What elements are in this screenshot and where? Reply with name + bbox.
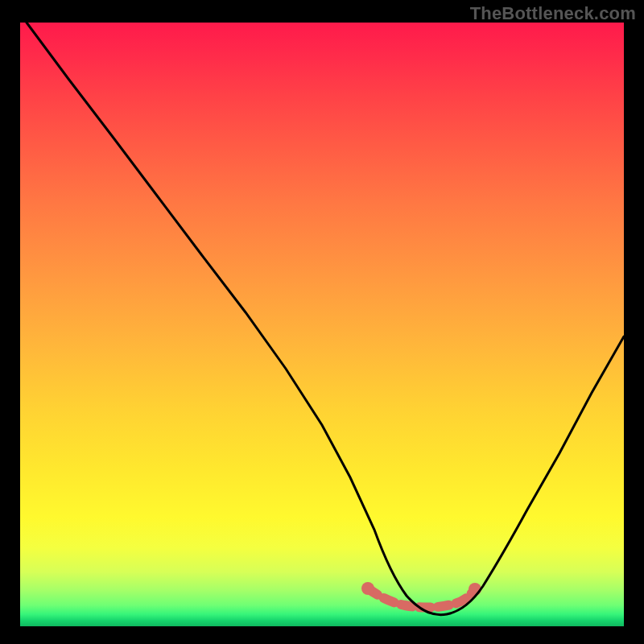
watermark-text: TheBottleneck.com xyxy=(470,3,636,24)
curve-path xyxy=(27,23,624,615)
optimal-range-highlight xyxy=(368,588,475,608)
chart-frame: TheBottleneck.com xyxy=(0,0,644,644)
bottleneck-curve xyxy=(20,23,624,626)
optimal-range-start-cap xyxy=(361,582,374,595)
plot-area xyxy=(20,23,624,626)
